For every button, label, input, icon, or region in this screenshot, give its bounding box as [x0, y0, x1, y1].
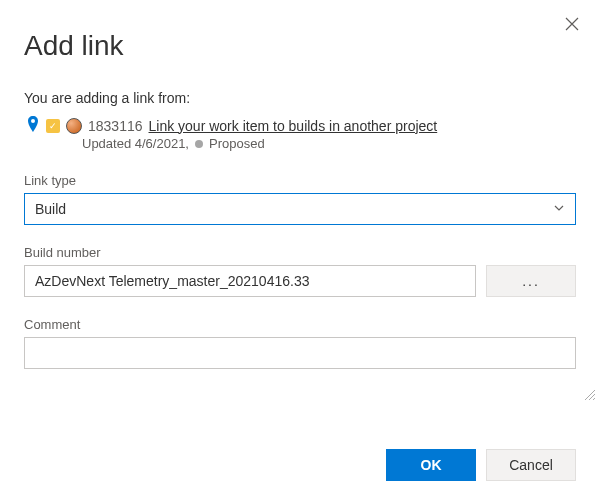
workitem-id: 1833116 [88, 118, 143, 134]
build-number-row: ... [24, 265, 576, 297]
workitem-row: ✓ 1833116 Link your work item to builds … [24, 116, 576, 135]
intro-text: You are adding a link from: [24, 90, 576, 106]
ok-button[interactable]: OK [386, 449, 476, 481]
dialog-footer: OK Cancel [386, 449, 576, 481]
build-number-input[interactable] [24, 265, 476, 297]
close-button[interactable] [562, 14, 582, 34]
updated-text: Updated 4/6/2021, [82, 136, 189, 151]
workitem-meta: Updated 4/6/2021, Proposed [82, 136, 576, 151]
build-number-label: Build number [24, 245, 576, 260]
close-icon [565, 17, 579, 31]
link-type-value: Build [35, 201, 66, 217]
state-text: Proposed [209, 136, 265, 151]
link-type-label: Link type [24, 173, 576, 188]
dialog-title: Add link [24, 30, 576, 62]
workitem-title-link[interactable]: Link your work item to builds in another… [149, 118, 438, 134]
pin-icon [26, 116, 40, 135]
avatar [66, 118, 82, 134]
shield-icon: ✓ [46, 119, 60, 133]
resize-grip-icon[interactable] [582, 387, 596, 401]
state-dot-icon [195, 140, 203, 148]
comment-input[interactable] [24, 337, 576, 369]
cancel-button[interactable]: Cancel [486, 449, 576, 481]
browse-button[interactable]: ... [486, 265, 576, 297]
chevron-down-icon [553, 201, 565, 217]
link-type-dropdown[interactable]: Build [24, 193, 576, 225]
comment-label: Comment [24, 317, 576, 332]
